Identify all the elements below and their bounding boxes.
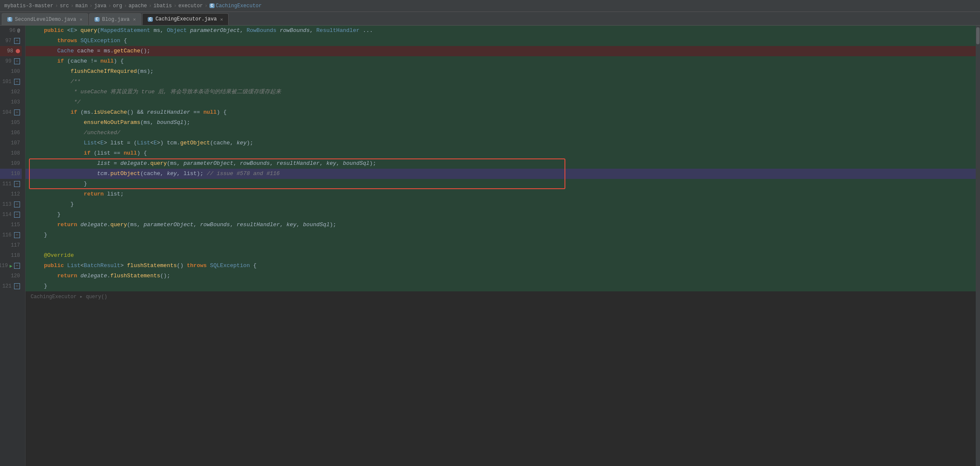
gutter-120: 120 (0, 271, 22, 281)
code-line-109: list = delegate.query(ms, parameterObjec… (26, 158, 976, 169)
gutter-106: 106 (0, 128, 22, 138)
code-line-96: public <E> query(MappedStatement ms, Obj… (26, 26, 976, 36)
code-line-99: if (cache != null) { (26, 56, 976, 66)
gutter-113: 113 − (0, 199, 22, 210)
editor-area: 96 @ 97 − 98 99 − (0, 26, 980, 466)
gutter-112: 112 (0, 189, 22, 199)
breakpoint-98[interactable] (16, 49, 20, 53)
code-line-113: } (26, 199, 976, 210)
fold-icon-101[interactable]: − (14, 79, 20, 85)
code-line-111: } (26, 179, 976, 189)
gutter-101: 101 − (0, 77, 22, 87)
code-line-121: } (26, 281, 976, 291)
fold-icon-104[interactable]: − (14, 109, 20, 115)
code-line-116: } (26, 230, 976, 240)
gutter-116: 116 − (0, 230, 22, 240)
gutter-99: 99 − (0, 56, 22, 66)
code-line-114: } (26, 210, 976, 220)
gutter-98: 98 (0, 46, 22, 56)
code-line-103: */ (26, 97, 976, 107)
code-line-117 (26, 240, 976, 250)
gutter-96: 96 @ (0, 26, 22, 36)
code-line-119: public List<BatchResult> flushStatements… (26, 261, 976, 271)
code-line-105: ensureNoOutParams(ms, boundSql); (26, 118, 976, 128)
scrollbar-thumb[interactable] (976, 27, 980, 44)
fold-icon-116[interactable]: − (14, 232, 20, 238)
code-line-108: if (list == null) { (26, 148, 976, 158)
fold-icon-97[interactable]: − (14, 38, 20, 44)
gutter-110: 110 (0, 169, 22, 179)
gutter-119: 119 ▶ − (0, 261, 22, 271)
code-line-106: /unchecked/ (26, 128, 976, 138)
gutter-104: 104 − (0, 107, 22, 118)
gutter-102: 102 (0, 87, 22, 97)
code-line-107: List<E> list = (List<E>) tcm.getObject(c… (26, 138, 976, 148)
gutter-114: 114 − (0, 210, 22, 220)
gutter-105: 105 (0, 118, 22, 128)
fold-icon-99[interactable]: − (14, 58, 20, 64)
gutter-111: 111 − (0, 179, 22, 189)
tab-cachingexecutor[interactable]: C CachingExecutor.java ✕ (142, 13, 229, 25)
code-line-112: return list; (26, 189, 976, 199)
code-line-102: * useCache 将其设置为 true 后, 将会导致本条语句的结果被二级缓… (26, 87, 976, 97)
run-icon-119[interactable]: ▶ (9, 263, 12, 269)
fold-icon-121[interactable]: − (14, 283, 20, 289)
fold-icon-114[interactable]: − (14, 212, 20, 218)
code-line-98: Cache cache = ms.getCache(); (26, 46, 976, 56)
code-line-97: throws SQLException { (26, 36, 976, 46)
tab-bar: C SecondLevelDemo.java ✕ C Blog.java ✕ C… (0, 12, 980, 26)
at-icon: @ (17, 28, 20, 33)
gutter-103: 103 (0, 97, 22, 107)
gutter-107: 107 (0, 138, 22, 148)
gutter-97: 97 − (0, 36, 22, 46)
tab-secondleveldemo[interactable]: C SecondLevelDemo.java ✕ (2, 13, 88, 25)
gutter-121: 121 − (0, 281, 22, 291)
code-line-120: return delegate.flushStatements(); (26, 271, 976, 281)
fold-icon-111[interactable]: − (14, 181, 20, 187)
gutter-115: 115 (0, 220, 22, 230)
gutter-117: 117 (0, 240, 22, 250)
line-gutter: 96 @ 97 − 98 99 − (0, 26, 26, 466)
code-line-100: flushCacheIfRequired(ms); (26, 66, 976, 77)
tab-blog[interactable]: C Blog.java ✕ (89, 13, 141, 25)
fold-icon-113[interactable]: − (14, 201, 20, 207)
code-line-115: return delegate.query(ms, parameterObjec… (26, 220, 976, 230)
breadcrumb: mybatis-3-master › src › main › java › o… (0, 0, 980, 12)
ide-window: mybatis-3-master › src › main › java › o… (0, 0, 980, 466)
code-container: public <E> query(MappedStatement ms, Obj… (26, 26, 976, 302)
gutter-118: 118 (0, 250, 22, 261)
gutter-100: 100 (0, 66, 22, 77)
vertical-scrollbar[interactable] (976, 26, 980, 466)
gutter-108: 108 (0, 148, 22, 158)
code-area[interactable]: public <E> query(MappedStatement ms, Obj… (26, 26, 976, 466)
code-line-104: if (ms.isUseCache() && resultHandler == … (26, 107, 976, 118)
code-line-110: tcm.putObject(cache, key, list); // issu… (26, 169, 976, 179)
code-line-101: /** (26, 77, 976, 87)
code-line-118: @Override (26, 250, 976, 261)
status-line: CachingExecutor ▸ query() (26, 291, 976, 302)
gutter-109: 109 (0, 158, 22, 169)
fold-icon-119[interactable]: − (14, 263, 20, 269)
